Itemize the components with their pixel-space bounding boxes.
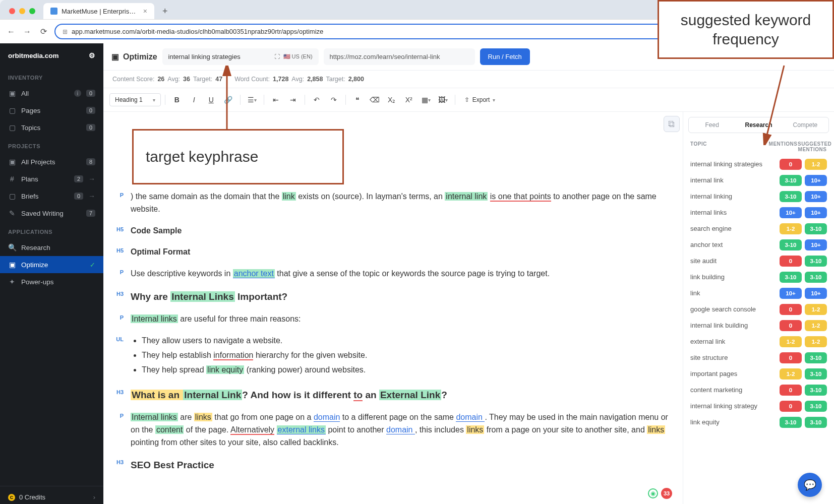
outdent-button[interactable]: ⇤ <box>268 92 283 107</box>
superscript-button[interactable]: X² <box>401 92 416 107</box>
topic-row[interactable]: internal link building01-2 <box>688 318 829 334</box>
heading-5: Code Sample <box>131 225 671 237</box>
topic-input[interactable]: internal linking strategies ⛶ 🇺🇸 US (EN) <box>162 48 319 65</box>
sidebar-item-all-projects[interactable]: ▣ All Projects 8 <box>0 153 103 170</box>
topic-row[interactable]: important pages1-23-10 <box>688 366 829 382</box>
url-input[interactable]: https://moz.com/learn/seo/internal-link <box>324 48 475 65</box>
suggested-pill: 3-10 <box>805 272 827 283</box>
sidebar-item-powerups[interactable]: ✦ Power-ups <box>0 273 103 290</box>
credits-footer[interactable]: C 0 Credits › <box>0 486 103 504</box>
settings-icon[interactable]: ⚙ <box>89 51 95 59</box>
topic-row[interactable]: internal links10+10+ <box>688 205 829 221</box>
tab-compete[interactable]: Compete <box>782 117 828 133</box>
sidebar-item-briefs[interactable]: ▢ Briefs 0 → <box>0 187 103 205</box>
close-tab-icon[interactable]: × <box>143 7 147 15</box>
topic-icon: ▢ <box>8 123 16 132</box>
mentions-pill: 0 <box>780 256 802 267</box>
undo-button[interactable]: ↶ <box>309 92 324 107</box>
suggested-pill: 3-10 <box>805 223 827 234</box>
run-fetch-button[interactable]: Run / Fetch <box>480 48 530 65</box>
back-button[interactable]: ← <box>6 27 16 36</box>
indent-button[interactable]: ⇥ <box>285 92 301 107</box>
suggested-pill: 10+ <box>805 175 827 186</box>
topic-name: internal links <box>690 209 777 217</box>
sidebar-item-saved-writing[interactable]: ✎ Saved Writing 7 <box>0 205 103 222</box>
suggested-pill: 3-10 <box>805 385 827 396</box>
table-button[interactable]: ▦▾ <box>419 92 434 107</box>
mentions-pill: 0 <box>780 159 802 170</box>
section-projects: PROJECTS <box>0 136 103 153</box>
topic-row[interactable]: link building3-103-10 <box>688 269 829 285</box>
new-tab-button[interactable]: + <box>158 4 172 19</box>
heading-3: What is an Internal Link? And how is it … <box>131 388 671 402</box>
suggested-pill: 3-10 <box>805 417 827 428</box>
topic-row[interactable]: internal linking strategies01-2 <box>688 156 829 172</box>
arrow-diagonal-icon <box>726 65 787 145</box>
topic-row[interactable]: search engine1-23-10 <box>688 221 829 237</box>
bold-button[interactable]: B <box>169 92 185 107</box>
image-button[interactable]: 🖼▾ <box>436 92 451 107</box>
sidebar-item-research[interactable]: 🔍 Research <box>0 239 103 256</box>
sidebar-item-pages[interactable]: ▢ Pages 0 <box>0 102 103 119</box>
topic-name: internal linking strategies <box>690 160 777 168</box>
paragraph: Internal links are useful for three main… <box>131 313 671 326</box>
topic-row[interactable]: link10+10+ <box>688 285 829 301</box>
heading-select[interactable]: Heading 1 ▾ <box>109 93 161 106</box>
suggested-pill: 3-10 <box>805 368 827 380</box>
topic-row[interactable]: internal linking3-1010+ <box>688 188 829 205</box>
topic-name: link <box>690 289 777 297</box>
topic-name: site audit <box>690 257 777 265</box>
chevron-down-icon: ▾ <box>153 97 155 103</box>
url-text: app.marketmuse.com/a/orbit-media-studios… <box>72 28 323 35</box>
suggested-pill: 1-2 <box>805 304 827 315</box>
chat-button[interactable]: 💬 <box>798 473 822 497</box>
mentions-pill: 1-2 <box>780 223 802 234</box>
copy-button[interactable]: ⿻ <box>664 116 680 132</box>
topic-row[interactable]: internal linking strategy03-10 <box>688 398 829 414</box>
heading-3: SEO Best Practice <box>131 458 671 472</box>
suggested-pill: 10+ <box>805 191 827 202</box>
favicon-icon <box>50 8 57 15</box>
topic-name: content marketing <box>690 386 777 394</box>
window-maximize-icon[interactable] <box>29 8 35 14</box>
sidebar-item-all[interactable]: ▣ All i 0 <box>0 85 103 102</box>
topic-list[interactable]: internal linking strategies01-2internal … <box>683 156 834 504</box>
topic-row[interactable]: site structure03-10 <box>688 350 829 366</box>
mentions-pill: 0 <box>780 352 802 363</box>
browser-tab[interactable]: MarketMuse | Enterprise Cont × <box>43 3 154 19</box>
mentions-pill: 3-10 <box>780 175 802 186</box>
credits-icon: C <box>8 494 15 501</box>
sidebar-item-plans[interactable]: # Plans 2 → <box>0 170 103 187</box>
subscript-button[interactable]: X₂ <box>384 92 399 107</box>
quote-button[interactable]: ❝ <box>350 92 365 107</box>
reload-button[interactable]: ⟳ <box>38 27 48 36</box>
sidebar-item-optimize[interactable]: ▣ Optimize ✓ <box>0 256 103 273</box>
topic-row[interactable]: content marketing03-10 <box>688 382 829 398</box>
list-item: They help establish information hierarch… <box>142 349 671 362</box>
italic-button[interactable]: I <box>187 92 202 107</box>
topic-row[interactable]: internal link3-1010+ <box>688 172 829 188</box>
topic-row[interactable]: external link1-21-2 <box>688 334 829 350</box>
paragraph: Use descriptive keywords in anchor text … <box>131 268 671 280</box>
redo-button[interactable]: ↷ <box>326 92 341 107</box>
window-minimize-icon[interactable] <box>19 8 25 14</box>
clear-format-button[interactable]: ⌫ <box>367 92 382 107</box>
mentions-pill: 10+ <box>780 288 802 299</box>
topic-row[interactable]: link equity3-103-10 <box>688 414 829 430</box>
grammarly-badge[interactable]: ◉ 33 <box>648 488 672 499</box>
suggested-pill: 10+ <box>805 239 827 250</box>
topic-row[interactable]: anchor text3-1010+ <box>688 237 829 253</box>
topic-row[interactable]: google search console01-2 <box>688 301 829 318</box>
chevron-down-icon: ▾ <box>493 97 495 103</box>
upload-icon: ⇧ <box>464 96 469 103</box>
arrow-up-icon <box>217 66 237 131</box>
export-button[interactable]: ⇧ Export ▾ <box>459 94 501 106</box>
expand-icon[interactable]: ⛶ <box>274 53 280 59</box>
site-settings-icon[interactable]: ⊞ <box>63 28 68 35</box>
sidebar-item-topics[interactable]: ▢ Topics 0 <box>0 119 103 136</box>
topic-row[interactable]: site audit03-10 <box>688 253 829 269</box>
arrow-right-icon: → <box>88 192 95 200</box>
bullet-list-button[interactable]: ☰▾ <box>245 92 260 107</box>
forward-button[interactable]: → <box>22 27 32 36</box>
window-close-icon[interactable] <box>9 8 15 14</box>
